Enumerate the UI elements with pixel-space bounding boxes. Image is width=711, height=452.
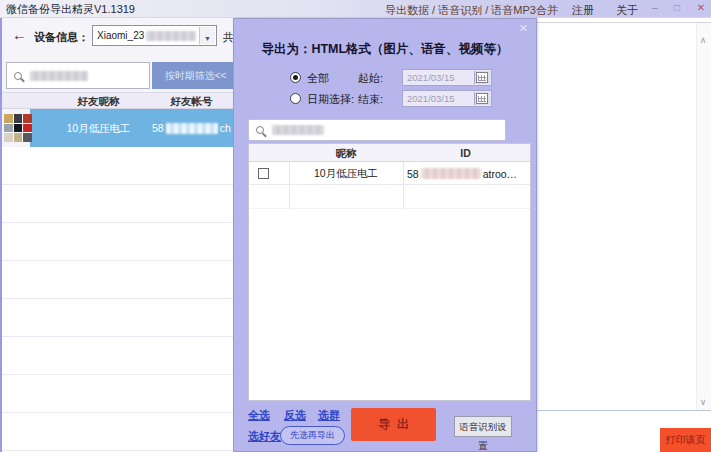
table-row[interactable]: 10月低压电工 58 ch bbox=[2, 109, 233, 147]
redacted-account-id bbox=[166, 123, 218, 134]
voice-recognition-settings-button[interactable]: 语音识别设置 bbox=[454, 416, 512, 437]
export-dialog: ✕ 导出为：HTML格式（图片、语音、视频等） 全部 日期选择: 起始: 结束:… bbox=[233, 18, 537, 452]
titlebar: 微信备份导出精灵V1.1319 导出数据 / 语音识别 / 语音MP3合并 注册… bbox=[0, 0, 711, 18]
menu-register[interactable]: 注册 bbox=[572, 3, 594, 18]
redacted-search-text bbox=[30, 71, 88, 81]
column-nickname: 昵称 bbox=[289, 144, 403, 162]
friend-search-input[interactable] bbox=[6, 62, 150, 89]
scrollbar[interactable]: ∧ ∨ bbox=[696, 23, 711, 410]
radio-all[interactable] bbox=[290, 72, 301, 83]
select-all-link[interactable]: 全选 bbox=[248, 408, 270, 423]
calendar-icon bbox=[476, 72, 488, 83]
dialog-close-icon[interactable]: ✕ bbox=[519, 22, 528, 35]
device-dropdown-value: Xiaomi_23 bbox=[93, 30, 144, 41]
row-id-suffix: atroo… bbox=[483, 168, 517, 180]
divider bbox=[537, 22, 711, 23]
back-arrow-icon[interactable]: ← bbox=[12, 26, 27, 43]
select-groups-link[interactable]: 选群 bbox=[318, 408, 340, 423]
redacted-device-id bbox=[146, 31, 196, 41]
table-row[interactable]: 10月低压电工 58 atroo… bbox=[249, 162, 530, 185]
group-avatar bbox=[4, 114, 32, 142]
radio-all-label: 全部 bbox=[307, 71, 329, 86]
search-icon bbox=[256, 126, 264, 134]
minimize-icon[interactable]: – bbox=[646, 1, 664, 15]
start-date-value: 2021/03/15 bbox=[407, 72, 455, 83]
dialog-search-input[interactable] bbox=[248, 119, 506, 141]
dialog-title: 导出为：HTML格式（图片、语音、视频等） bbox=[234, 41, 536, 58]
scroll-up-icon[interactable]: ∧ bbox=[697, 35, 709, 45]
empty-rows-grid bbox=[2, 147, 233, 452]
search-icon bbox=[14, 72, 22, 80]
end-date-label: 结束: bbox=[358, 92, 383, 107]
radio-date-range[interactable] bbox=[290, 93, 301, 104]
row-id-prefix: 58 bbox=[407, 168, 419, 180]
row-account-prefix: 58 bbox=[152, 122, 164, 134]
divider bbox=[537, 410, 711, 411]
row-nickname: 10月低压电工 bbox=[47, 109, 150, 147]
app-title: 微信备份导出精灵V1.1319 bbox=[6, 2, 135, 17]
select-then-export-hint[interactable]: 先选再导出 bbox=[280, 426, 345, 445]
column-friend-nickname: 好友昵称 bbox=[47, 93, 150, 109]
app-window: 微信备份导出精灵V1.1319 导出数据 / 语音识别 / 语音MP3合并 注册… bbox=[0, 0, 711, 452]
start-date-field[interactable]: 2021/03/15 bbox=[402, 69, 492, 86]
dropdown-arrow-box[interactable]: ▼ bbox=[199, 27, 215, 44]
row-account-suffix: ch bbox=[220, 122, 231, 134]
print-page-button[interactable]: 打印该页 bbox=[660, 428, 711, 452]
radio-date-label: 日期选择: bbox=[307, 92, 354, 107]
chat-content-panel: ∧ ∨ 打印该页 bbox=[537, 18, 711, 452]
device-dropdown[interactable]: Xiaomi_23 ▼ bbox=[92, 25, 217, 46]
column-id: ID bbox=[403, 144, 528, 162]
dialog-table-header: 昵称 ID bbox=[249, 144, 530, 162]
maximize-icon[interactable]: □ bbox=[668, 1, 686, 15]
row-nickname: 10月低压电工 bbox=[289, 162, 403, 184]
device-info-label: 设备信息： bbox=[34, 30, 89, 45]
select-friends-link[interactable]: 选好友 bbox=[248, 429, 281, 444]
export-selection-table: 昵称 ID 10月低压电工 58 atroo… bbox=[248, 143, 531, 401]
chevron-down-icon: ▼ bbox=[204, 35, 211, 42]
friend-table-header: 好友昵称 好友帐号 bbox=[2, 92, 233, 109]
grid-line bbox=[249, 208, 530, 209]
export-button[interactable]: 导出 bbox=[351, 408, 436, 441]
column-friend-account: 好友帐号 bbox=[150, 93, 233, 109]
redacted-search-text bbox=[272, 125, 324, 135]
close-icon[interactable]: ✕ bbox=[692, 1, 710, 15]
end-date-picker-button[interactable] bbox=[474, 92, 490, 105]
start-date-label: 起始: bbox=[358, 71, 383, 86]
start-date-picker-button[interactable] bbox=[474, 71, 490, 84]
end-date-field[interactable]: 2021/03/15 bbox=[402, 90, 492, 107]
row-id: 58 atroo… bbox=[407, 162, 517, 185]
menu-export-data[interactable]: 导出数据 / 语音识别 / 语音MP3合并 bbox=[385, 3, 558, 18]
end-date-value: 2021/03/15 bbox=[407, 93, 455, 104]
invert-selection-link[interactable]: 反选 bbox=[284, 408, 306, 423]
row-checkbox[interactable] bbox=[258, 168, 269, 179]
filter-by-date-button[interactable]: 按时期筛选<< bbox=[152, 62, 239, 89]
scroll-down-icon[interactable]: ∨ bbox=[697, 397, 709, 407]
calendar-icon bbox=[476, 93, 488, 104]
menu-about[interactable]: 关于 bbox=[616, 3, 638, 18]
redacted-chatroom-id bbox=[421, 168, 481, 179]
row-account: 58 ch bbox=[152, 109, 231, 147]
